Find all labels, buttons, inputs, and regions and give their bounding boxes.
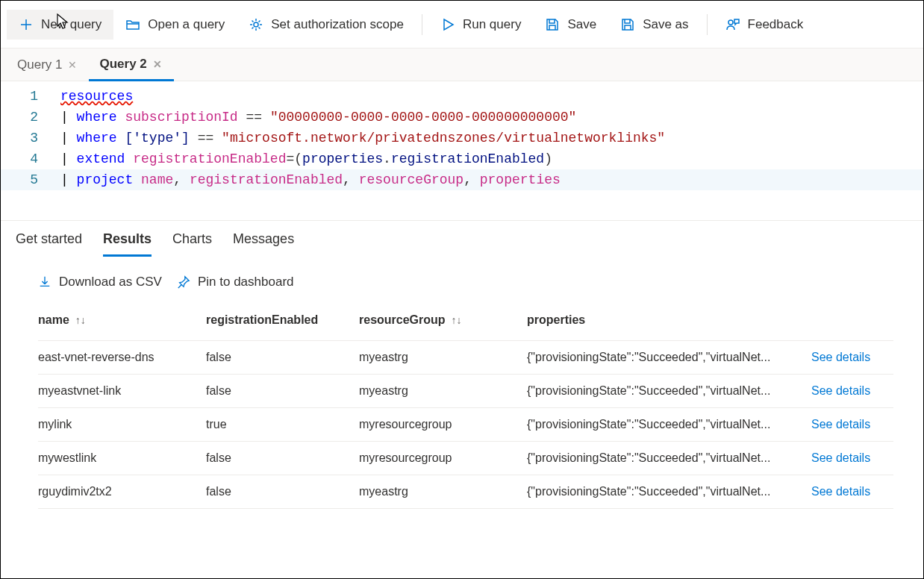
cell-name: mywestlink — [38, 451, 206, 465]
close-icon[interactable]: ✕ — [66, 59, 78, 71]
column-header[interactable]: properties — [527, 313, 811, 327]
cell-resourceGroup: myeastrg — [359, 485, 527, 498]
pin-dashboard-label: Pin to dashboard — [198, 275, 294, 290]
column-header[interactable]: registrationEnabled — [206, 313, 359, 327]
query-tabs: Query 1✕Query 2✕ — [1, 48, 923, 81]
table-row[interactable]: myeastvnet-linkfalsemyeastrg{"provisioni… — [38, 375, 893, 408]
cell-name: rguydimiv2tx2 — [38, 485, 206, 498]
save-icon — [545, 17, 560, 32]
code-content: | where ['type'] == "microsoft.network/p… — [60, 128, 665, 148]
main-toolbar: New query Open a query Set authorization… — [1, 1, 923, 48]
new-query-label: New query — [41, 17, 102, 32]
cell-properties: {"provisioningState":"Succeeded","virtua… — [527, 451, 811, 465]
code-content: resources — [60, 86, 133, 107]
cell-registrationEnabled: false — [206, 351, 359, 364]
column-label: name — [38, 313, 69, 327]
person-feedback-icon — [725, 17, 740, 32]
save-as-icon — [620, 17, 635, 32]
toolbar-separator — [422, 14, 422, 35]
editor-line[interactable]: 2| where subscriptionId == "00000000-000… — [1, 107, 923, 128]
svg-point-1 — [728, 20, 733, 25]
query-tab[interactable]: Query 1✕ — [7, 50, 89, 80]
code-content: | extend registrationEnabled=(properties… — [60, 148, 552, 169]
cell-registrationEnabled: false — [206, 384, 359, 398]
cell-properties: {"provisioningState":"Succeeded","virtua… — [527, 418, 811, 431]
plus-icon — [19, 17, 34, 32]
code-content: | project name, registrationEnabled, res… — [60, 169, 561, 190]
play-icon — [440, 17, 455, 32]
open-query-label: Open a query — [148, 17, 225, 32]
column-label: registrationEnabled — [206, 313, 318, 327]
cell-resourceGroup: myresourcegroup — [359, 451, 527, 465]
results-actions: Download as CSV Pin to dashboard — [1, 257, 923, 303]
table-row[interactable]: rguydimiv2tx2falsemyeastrg{"provisioning… — [38, 475, 893, 509]
feedback-button[interactable]: Feedback — [714, 10, 816, 40]
column-header[interactable]: name↑↓ — [38, 313, 206, 327]
cell-properties: {"provisioningState":"Succeeded","virtua… — [527, 351, 811, 364]
editor-line[interactable]: 1resources — [1, 86, 923, 107]
results-tab[interactable]: Get started — [16, 231, 82, 257]
toolbar-separator — [707, 14, 708, 35]
results-table: name↑↓registrationEnabledresourceGroup↑↓… — [1, 303, 923, 509]
see-details-link[interactable]: See details — [811, 451, 893, 465]
line-number: 5 — [1, 169, 60, 190]
cell-name: mylink — [38, 418, 206, 431]
see-details-link[interactable]: See details — [811, 351, 893, 364]
pin-icon — [177, 275, 190, 289]
gear-icon — [249, 17, 263, 32]
auth-scope-label: Set authorization scope — [271, 17, 404, 32]
cell-resourceGroup: myeastrg — [359, 384, 527, 398]
column-header[interactable]: resourceGroup↑↓ — [359, 313, 527, 327]
cell-properties: {"provisioningState":"Succeeded","virtua… — [527, 485, 811, 498]
feedback-label: Feedback — [748, 17, 804, 32]
results-tab[interactable]: Messages — [233, 231, 294, 257]
column-label: properties — [527, 313, 585, 327]
line-number: 2 — [1, 107, 60, 128]
editor-line[interactable]: 5| project name, registrationEnabled, re… — [1, 169, 923, 190]
results-tab[interactable]: Charts — [172, 231, 212, 257]
cell-resourceGroup: myeastrg — [359, 351, 527, 364]
cell-name: myeastvnet-link — [38, 384, 206, 398]
open-query-button[interactable]: Open a query — [113, 10, 237, 40]
download-icon — [38, 275, 51, 289]
run-query-button[interactable]: Run query — [428, 10, 533, 40]
pin-dashboard-button[interactable]: Pin to dashboard — [177, 275, 294, 290]
tab-label: Query 1 — [17, 57, 62, 72]
cell-registrationEnabled: true — [206, 418, 359, 431]
cell-registrationEnabled: false — [206, 451, 359, 465]
see-details-link[interactable]: See details — [811, 418, 893, 431]
run-query-label: Run query — [463, 17, 521, 32]
cell-properties: {"provisioningState":"Succeeded","virtua… — [527, 384, 811, 398]
code-editor[interactable]: 1resources2| where subscriptionId == "00… — [1, 81, 923, 220]
results-tabs: Get startedResultsChartsMessages — [1, 220, 923, 257]
close-icon[interactable]: ✕ — [152, 58, 163, 70]
line-number: 3 — [1, 128, 60, 148]
table-row[interactable]: mywestlinkfalsemyresourcegroup{"provisio… — [38, 442, 893, 475]
results-tab[interactable]: Results — [103, 231, 152, 257]
auth-scope-button[interactable]: Set authorization scope — [237, 10, 416, 40]
column-label: resourceGroup — [359, 313, 446, 327]
table-row[interactable]: mylinktruemyresourcegroup{"provisioningS… — [38, 408, 893, 442]
cell-name: east-vnet-reverse-dns — [38, 351, 206, 364]
table-row[interactable]: east-vnet-reverse-dnsfalsemyeastrg{"prov… — [38, 341, 893, 375]
sort-icon[interactable]: ↑↓ — [75, 314, 86, 326]
code-content: | where subscriptionId == "00000000-0000… — [60, 107, 576, 128]
cell-resourceGroup: myresourcegroup — [359, 418, 527, 431]
save-as-button[interactable]: Save as — [608, 10, 700, 40]
download-csv-button[interactable]: Download as CSV — [38, 275, 162, 290]
editor-line[interactable]: 4| extend registrationEnabled=(propertie… — [1, 148, 923, 169]
new-query-button[interactable]: New query — [7, 10, 113, 40]
query-tab[interactable]: Query 2✕ — [89, 49, 173, 81]
editor-line[interactable]: 3| where ['type'] == "microsoft.network/… — [1, 128, 923, 148]
see-details-link[interactable]: See details — [811, 485, 893, 498]
table-header-row: name↑↓registrationEnabledresourceGroup↑↓… — [38, 303, 893, 341]
see-details-link[interactable]: See details — [811, 384, 893, 398]
sort-icon[interactable]: ↑↓ — [452, 314, 462, 326]
svg-point-0 — [254, 22, 258, 27]
save-button[interactable]: Save — [533, 10, 608, 40]
download-csv-label: Download as CSV — [59, 275, 162, 290]
folder-open-icon — [125, 17, 140, 32]
line-number: 4 — [1, 148, 60, 169]
cell-registrationEnabled: false — [206, 485, 359, 498]
save-label: Save — [567, 17, 596, 32]
